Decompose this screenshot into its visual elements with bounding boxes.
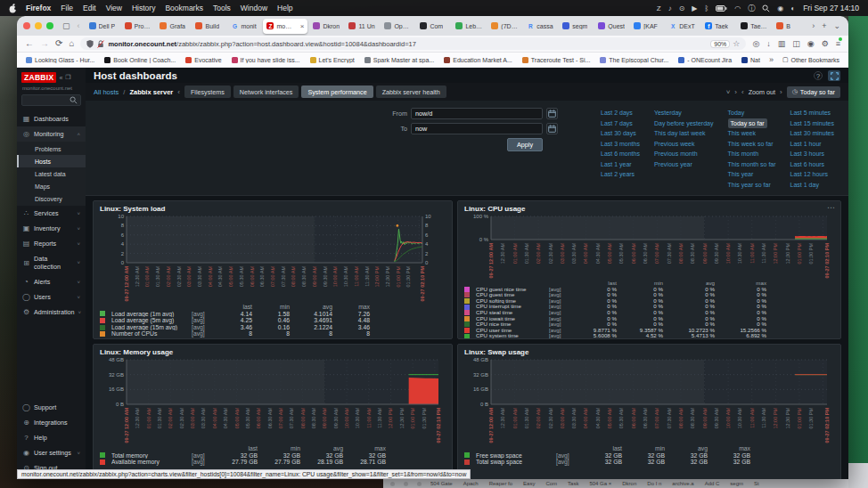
bookmark-item[interactable]: Let's Encrypt xyxy=(310,57,355,63)
sidebar-item-integrations[interactable]: ⊕Integrations xyxy=(17,415,86,430)
chart-svg[interactable]: 0 B16 GB32 GB48 GB09-27 12:00 AM12:30 AM… xyxy=(464,357,834,444)
sidebar-item-users[interactable]: ◯Users˅ xyxy=(17,289,86,305)
new-tab-button[interactable]: + xyxy=(820,21,828,30)
zoom-level-badge[interactable]: 90% xyxy=(711,41,729,47)
next-dashboard-icon[interactable]: › xyxy=(734,88,737,96)
quick-range-this-year[interactable]: This year xyxy=(728,169,754,180)
wifi-icon[interactable]: ◠ xyxy=(734,4,741,12)
kiosk-mode-icon[interactable] xyxy=(828,70,840,81)
chart-area[interactable]: 0022446688101009-27 12:00 AM12:30 AM01:0… xyxy=(100,214,446,303)
maximize-window-button[interactable] xyxy=(46,22,53,29)
browser-tab[interactable]: XDExT xyxy=(666,19,700,34)
zabbix-logo[interactable]: ZABBIX xyxy=(21,72,56,83)
bookmark-item[interactable]: Traceroute Test - Si... xyxy=(522,57,591,63)
quick-range-last-1-day[interactable]: Last 1 day xyxy=(790,180,819,191)
quick-range-yesterday[interactable]: Yesterday xyxy=(654,108,682,118)
info-icon[interactable]: ⓘ xyxy=(748,4,755,13)
apply-button[interactable]: Apply xyxy=(507,138,543,151)
shield-icon[interactable] xyxy=(86,40,94,48)
chart-svg[interactable]: 0 B16 GB32 GB48 GB09-27 12:00 AM12:30 AM… xyxy=(100,357,446,444)
chart-area[interactable]: 0 %100 %09-27 12:00 AM12:30 AM01:00 AM01… xyxy=(464,214,834,280)
time-range-button[interactable]: ◷Today so far xyxy=(787,86,840,98)
back-button[interactable]: ← xyxy=(25,39,34,48)
browser-tab-active[interactable]: Zmo…× xyxy=(263,19,307,34)
from-input[interactable] xyxy=(411,108,543,119)
quick-range-today[interactable]: Today xyxy=(728,108,745,118)
sidebar-item-reports[interactable]: ▤Reports˅ xyxy=(17,236,86,251)
browser-tab[interactable]: [KAF xyxy=(630,19,664,34)
browser-tab[interactable]: Build xyxy=(192,19,225,34)
quick-range-this-year-so-far[interactable]: This year so far xyxy=(728,180,771,191)
control-center-icon[interactable]: ◐ xyxy=(790,4,795,12)
bookmark-item[interactable]: - ONEcount Jira xyxy=(678,57,732,63)
menu-item-bookmarks[interactable]: Bookmarks xyxy=(165,4,203,12)
bluetooth-icon[interactable]: ᛒ xyxy=(705,4,709,12)
tabs-scroll-left-icon[interactable]: ‹ xyxy=(177,88,180,96)
dashboard-list-icon[interactable]: ˅ xyxy=(726,88,731,96)
browser-tab[interactable]: segm xyxy=(559,19,593,34)
menu-item-tools[interactable]: Tools xyxy=(213,4,231,12)
bookmark-item[interactable]: Evocative xyxy=(185,57,221,63)
quick-range-last-3-hours[interactable]: Last 3 hours xyxy=(790,149,825,159)
other-bookmarks-folder[interactable]: ▢Other Bookmarks xyxy=(782,56,839,63)
sidebar-item-dashboards[interactable]: ▦Dashboards xyxy=(17,111,86,126)
downloads-icon[interactable]: ↓ xyxy=(766,39,771,48)
minimize-window-button[interactable] xyxy=(35,22,42,29)
chart-svg[interactable]: 0022446688101009-27 12:00 AM12:30 AM01:0… xyxy=(100,214,446,303)
browser-tab[interactable]: Prome xyxy=(121,19,155,34)
apple-menu-icon[interactable] xyxy=(9,4,17,13)
home-button[interactable]: ⌂ xyxy=(69,39,74,48)
sidebar-collapse-icon[interactable]: « xyxy=(59,75,62,81)
quick-range-this-week-so-far[interactable]: This week so far xyxy=(728,139,774,150)
pocket-icon[interactable]: ◎ xyxy=(752,39,759,48)
sidebar-item-alerts[interactable]: ◔Alerts˅ xyxy=(17,274,86,289)
bookmark-item[interactable]: Looking Glass - Hur... xyxy=(26,57,94,63)
quick-range-last-7-days[interactable]: Last 7 days xyxy=(601,118,633,129)
sidebar-pin-icon[interactable]: ❐ xyxy=(65,74,70,81)
quick-range-previous-month[interactable]: Previous month xyxy=(654,149,698,159)
quick-range-last-30-minutes[interactable]: Last 30 minutes xyxy=(790,128,834,139)
sidebar-item-data-collection[interactable]: ⊞Data collection˅ xyxy=(17,251,86,274)
browser-tab[interactable]: fTaek xyxy=(701,19,735,34)
chart-area[interactable]: 0 B16 GB32 GB48 GB09-27 12:00 AM12:30 AM… xyxy=(100,357,446,444)
scroll-tabs-left-icon[interactable]: ‹ xyxy=(76,21,82,30)
browser-tab[interactable]: Grafa xyxy=(156,19,190,34)
quick-range-this-month-so-far[interactable]: This month so far xyxy=(728,159,776,170)
search-icon[interactable] xyxy=(762,4,770,12)
sidebar-subitem-hosts[interactable]: Hosts xyxy=(17,155,86,167)
url-bar[interactable]: monitor.onecount.net/zabbix/zabbix.php?a… xyxy=(80,37,746,50)
menu-item-firefox[interactable]: Firefox xyxy=(26,4,51,12)
menu-item-help[interactable]: Help xyxy=(277,4,292,12)
close-window-button[interactable] xyxy=(23,22,30,29)
quick-range-last-2-years[interactable]: Last 2 years xyxy=(601,169,635,180)
panel-menu-icon[interactable]: ⋯ xyxy=(827,203,835,212)
browser-tab[interactable]: OpenVZ F xyxy=(381,19,414,34)
menu-item-view[interactable]: View xyxy=(106,4,122,12)
quick-range-last-6-hours[interactable]: Last 6 hours xyxy=(790,159,825,170)
bookmark-item[interactable]: Education Market A... xyxy=(444,57,512,63)
menu-item-window[interactable]: Window xyxy=(241,4,267,12)
battery-icon[interactable] xyxy=(716,5,727,12)
menu-item-edit[interactable]: Edit xyxy=(83,4,96,12)
quick-range-last-2-days[interactable]: Last 2 days xyxy=(601,108,633,118)
quick-range-last-1-hour[interactable]: Last 1 hour xyxy=(790,139,822,150)
extensions-icon[interactable]: ⚙ xyxy=(822,39,829,48)
tab-network-interfaces[interactable]: Network interfaces xyxy=(233,85,299,98)
quick-range-last-12-hours[interactable]: Last 12 hours xyxy=(790,169,828,180)
calendar-icon-from[interactable] xyxy=(546,108,558,119)
bookmark-item[interactable]: The Episcopal Chur... xyxy=(600,57,668,63)
menu-item-history[interactable]: History xyxy=(132,4,155,12)
tab-zabbix-server-health[interactable]: Zabbix server health xyxy=(376,85,446,98)
browser-tab[interactable]: (7D) U xyxy=(487,19,521,34)
quick-range-last-15-minutes[interactable]: Last 15 minutes xyxy=(790,118,834,129)
reload-button[interactable]: ⟳ xyxy=(55,39,62,48)
forward-button[interactable]: → xyxy=(40,39,49,48)
quick-range-last-5-minutes[interactable]: Last 5 minutes xyxy=(790,108,831,118)
library-icon[interactable]: ▥ xyxy=(778,39,786,48)
zoom-out-button[interactable]: Zoom out xyxy=(749,88,775,96)
sidebar-item-support[interactable]: ◯Support xyxy=(17,400,86,415)
user-switch-icon[interactable]: ◉ xyxy=(777,4,783,12)
browser-tab[interactable]: Dkron xyxy=(309,19,343,34)
bookmark-item[interactable]: Spark Master at spa... xyxy=(364,57,434,63)
menu-item-file[interactable]: File xyxy=(61,4,73,12)
